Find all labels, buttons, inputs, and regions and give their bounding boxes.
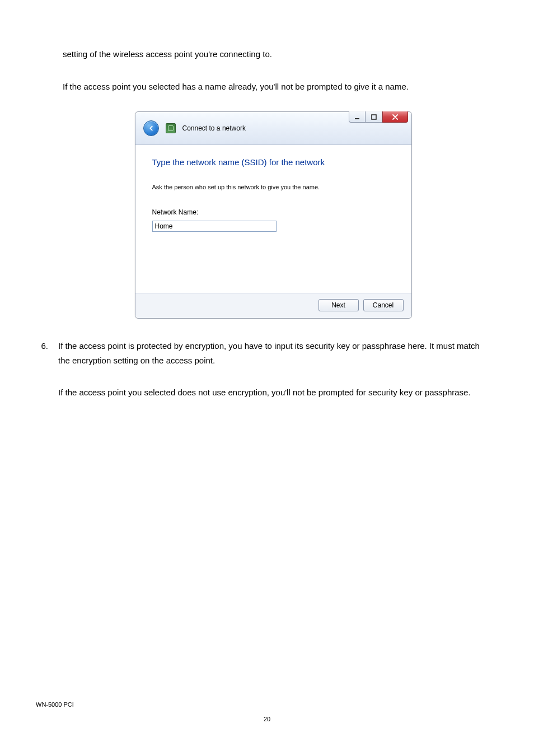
step6-paragraph-1: If the access point is protected by encr…: [58, 339, 484, 367]
dialog-footer: Next Cancel: [135, 293, 411, 318]
dialog-heading: Type the network name (SSID) for the net…: [152, 155, 395, 170]
minimize-button[interactable]: [349, 111, 366, 123]
svg-rect-1: [372, 115, 376, 119]
arrow-left-icon: [147, 124, 155, 132]
minimize-icon: [354, 114, 360, 120]
close-button[interactable]: [382, 111, 408, 123]
network-name-label: Network Name:: [152, 207, 395, 218]
dialog-header: Connect to a network: [135, 112, 411, 145]
maximize-icon: [371, 114, 377, 120]
dialog-title: Connect to a network: [182, 123, 246, 134]
list-number-6: 6.: [36, 339, 48, 418]
next-button[interactable]: Next: [318, 299, 359, 311]
paragraph-name-note: If the access point you selected has a n…: [63, 80, 484, 94]
close-icon: [392, 114, 398, 120]
network-name-input[interactable]: [152, 221, 277, 232]
network-icon: [166, 123, 176, 133]
cancel-button[interactable]: Cancel: [363, 299, 404, 311]
connect-network-dialog: Connect to a network Type the network na…: [135, 111, 412, 319]
paragraph-setting: setting of the wireless access point you…: [63, 47, 484, 62]
footer-model: WN-5000 PCI: [36, 701, 74, 708]
back-button[interactable]: [143, 120, 159, 136]
maximize-button[interactable]: [366, 111, 382, 123]
page-number: 20: [0, 716, 534, 722]
window-chrome-controls: [349, 111, 408, 123]
svg-rect-0: [355, 118, 359, 119]
dialog-subtext: Ask the person who set up this network t…: [152, 182, 395, 193]
step6-paragraph-2: If the access point you selected does no…: [58, 385, 484, 400]
